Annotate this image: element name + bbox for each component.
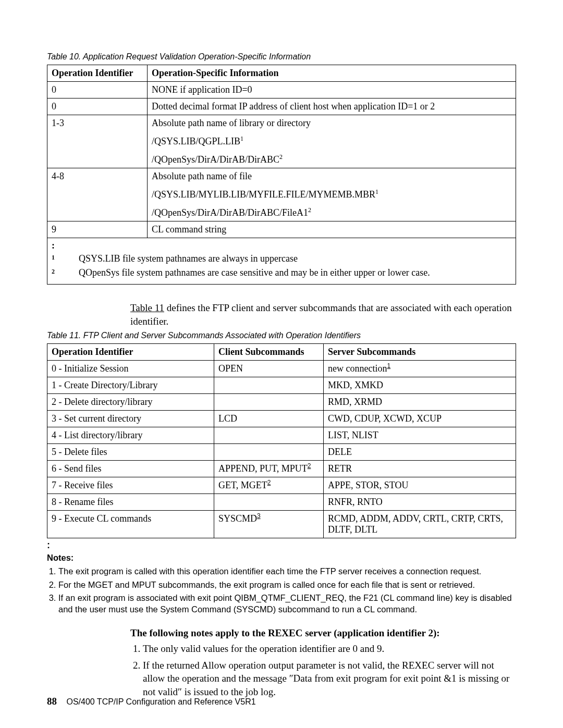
table-row: 2 - Delete directory/libraryRMD, XRMD [47, 394, 516, 411]
table-row: 8 - Rename filesRNFR, RNTO [47, 494, 516, 511]
table10-h1: Operation Identifier [47, 65, 148, 82]
list-item: For the MGET and MPUT subcommands, the e… [58, 579, 516, 590]
table-row: 3 - Set current directoryLCDCWD, CDUP, X… [47, 411, 516, 427]
table11-notes: : Notes: The exit program is called with… [47, 540, 516, 615]
table10-h2: Operation-Specific Information [148, 65, 516, 82]
table-row: 5 - Delete filesDELE [47, 444, 516, 461]
table11: Operation Identifier Client Subcommands … [47, 343, 516, 538]
page-footer: 88 OS/400 TCP/IP Configuration and Refer… [47, 696, 256, 707]
table-row: 4-8 Absolute path name of file /QSYS.LIB… [47, 168, 516, 221]
table11-h1: Operation Identifier [47, 344, 214, 361]
table11-h3: Server Subcommands [324, 344, 516, 361]
rexec-heading: The following notes apply to the REXEC s… [130, 627, 516, 639]
para-table11-intro: Table 11 defines the FTP client and serv… [130, 301, 516, 328]
table10-caption: Table 10. Application Request Validation… [47, 52, 516, 61]
table11-h2: Client Subcommands [214, 344, 324, 361]
table10: Operation Identifier Operation-Specific … [47, 65, 516, 285]
table-row: 6 - Send filesAPPEND, PUT, MPUT2RETR [47, 461, 516, 477]
list-item: If the returned Allow operation output p… [143, 659, 516, 699]
table-row: 4 - List directory/libraryLIST, NLIST [47, 427, 516, 444]
table-row: 1-3 Absolute path name of library or dir… [47, 115, 516, 168]
page-number: 88 [47, 696, 57, 707]
table11-caption: Table 11. FTP Client and Server Subcomma… [47, 331, 516, 340]
table-row: 1 - Create Directory/LibraryMKD, XMKD [47, 377, 516, 394]
list-item: The only valid values for the operation … [143, 642, 516, 656]
table-row: 0 Dotted decimal format IP address of cl… [47, 98, 516, 115]
footer-title: OS/400 TCP/IP Configuration and Referenc… [66, 697, 255, 706]
table-row: 9 - Execute CL commandsSYSCMD3RCMD, ADDM… [47, 511, 516, 538]
list-item: The exit program is called with this ope… [58, 566, 516, 577]
table10-notes: : 1 QSYS.LIB file system pathnames are a… [47, 238, 516, 285]
table-row: 0 - Initialize SessionOPENnew connection… [47, 361, 516, 377]
link-table11[interactable]: Table 11 [130, 302, 164, 313]
table-row: 7 - Receive filesGET, MGET2APPE, STOR, S… [47, 477, 516, 494]
table-row: 9 CL command string [47, 221, 516, 238]
list-item: If an exit program is associated with ex… [58, 593, 516, 615]
table-row: 0 NONE if application ID=0 [47, 82, 516, 98]
